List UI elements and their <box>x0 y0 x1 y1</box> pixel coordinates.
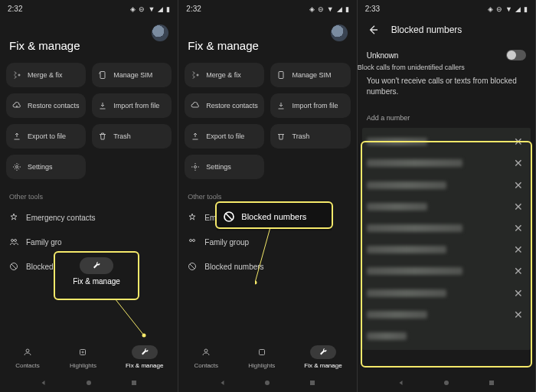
import-file-card[interactable]: Import from file <box>270 93 350 118</box>
remove-icon[interactable]: ✕ <box>511 287 526 299</box>
bottom-nav: Contacts Highlights Fix & manage <box>0 341 178 374</box>
download-icon <box>276 101 286 110</box>
clock: 2:32 <box>8 5 22 13</box>
nav-fix-manage[interactable]: Fix & manage <box>126 345 163 369</box>
svg-point-7 <box>142 334 146 338</box>
nav-contacts[interactable]: Contacts <box>15 345 41 369</box>
action-grid: Merge & fix Manage SIM Restore contacts … <box>178 63 356 179</box>
remove-icon[interactable]: ✕ <box>511 243 526 256</box>
emergency-icon <box>9 213 18 222</box>
page-title: Fix & manage <box>0 18 178 63</box>
fix-manage-callout: Fix & manage <box>55 253 138 299</box>
screen-fix-manage-1: 2:32 ◈⊖▼◢▮ Fix & manage Merge & fix Mana… <box>0 0 178 392</box>
upload-icon <box>191 132 200 141</box>
page-header: Blocked numbers <box>358 18 535 42</box>
status-icons: ◈⊖▼◢▮ <box>309 5 349 13</box>
status-icons: ◈⊖▼◢▮ <box>488 5 528 13</box>
remove-icon[interactable]: ✕ <box>511 157 526 169</box>
block-icon <box>9 262 18 271</box>
svg-rect-24 <box>310 381 315 385</box>
svg-point-15 <box>190 240 192 242</box>
blocked-number-row: ✕ <box>367 304 526 325</box>
emergency-contacts-row[interactable]: Emergency contacts <box>0 205 178 230</box>
unknown-toggle-row[interactable]: Unknown <box>358 42 535 64</box>
blocked-numbers-callout: Blocked numbers <box>217 203 332 230</box>
remove-icon[interactable]: ✕ <box>511 265 526 277</box>
settings-card[interactable]: Settings <box>185 155 264 179</box>
gear-icon <box>191 162 200 172</box>
nav-highlights[interactable]: Highlights <box>70 345 96 369</box>
remove-icon[interactable]: ✕ <box>511 201 526 213</box>
svg-point-10 <box>87 381 91 385</box>
system-nav <box>178 375 356 390</box>
family-group-row[interactable]: Family group <box>178 230 356 254</box>
import-file-card[interactable]: Import from file <box>92 93 172 118</box>
remove-icon[interactable]: ✕ <box>511 179 526 191</box>
sim-icon <box>98 70 107 80</box>
svg-point-21 <box>204 349 208 352</box>
svg-point-0 <box>18 74 20 76</box>
family-group-row[interactable]: Family gro <box>0 230 178 254</box>
manage-sim-card[interactable]: Manage SIM <box>92 63 172 87</box>
export-file-card[interactable]: Export to file <box>185 124 264 149</box>
toggle-switch[interactable] <box>506 50 526 60</box>
block-icon <box>188 262 197 271</box>
blocked-number-row: ✕ <box>367 196 526 217</box>
system-nav <box>358 375 535 390</box>
avatar[interactable] <box>331 24 348 41</box>
svg-point-8 <box>26 349 29 352</box>
manage-sim-card[interactable]: Manage SIM <box>270 63 350 87</box>
blocked-number-row: ✕ <box>367 260 526 282</box>
remove-icon[interactable]: ✕ <box>511 222 526 234</box>
svg-rect-11 <box>132 381 136 385</box>
blocked-number-row: ✕ <box>367 174 526 195</box>
status-bar: 2:33 ◈⊖▼◢▮ <box>358 0 535 18</box>
blocked-number-row <box>367 325 526 347</box>
svg-rect-13 <box>279 72 283 79</box>
merge-fix-card[interactable]: Merge & fix <box>185 63 264 87</box>
nav-contacts[interactable]: Contacts <box>193 345 219 369</box>
add-number-link[interactable]: Add a number <box>358 102 535 128</box>
svg-point-3 <box>11 240 14 242</box>
settings-card[interactable]: Settings <box>6 155 86 179</box>
restore-contacts-card[interactable]: Restore contacts <box>185 93 264 118</box>
svg-rect-1 <box>100 72 105 79</box>
other-tools-label: Other tools <box>178 179 356 205</box>
remove-icon[interactable]: ✕ <box>511 136 526 148</box>
info-text: You won't receive calls or texts from bl… <box>358 71 535 102</box>
wrench-pill <box>80 257 113 274</box>
status-icons: ◈⊖▼◢▮ <box>130 5 170 13</box>
back-icon[interactable] <box>367 24 379 36</box>
blocked-number-row: ✕ <box>367 131 526 152</box>
trash-card[interactable]: Trash <box>270 124 350 149</box>
svg-point-4 <box>15 240 17 242</box>
trash-icon <box>98 132 107 141</box>
svg-point-14 <box>194 166 197 168</box>
bottom-nav: Contacts Highlights Fix & manage <box>178 341 356 374</box>
status-bar: 2:32 ◈⊖▼◢▮ <box>0 0 178 18</box>
remove-icon[interactable]: ✕ <box>511 309 526 321</box>
screen-blocked-numbers: 2:33 ◈⊖▼◢▮ Blocked numbers Unknown Block… <box>358 0 536 392</box>
blocked-numbers-row[interactable]: Blocked numbers <box>178 254 356 279</box>
blocked-number-row: ✕ <box>367 152 526 174</box>
merge-fix-card[interactable]: Merge & fix <box>6 63 86 87</box>
svg-point-12 <box>197 74 198 76</box>
upload-icon <box>12 132 21 141</box>
svg-point-23 <box>265 381 270 385</box>
export-file-card[interactable]: Export to file <box>6 124 86 149</box>
nav-fix-manage[interactable]: Fix & manage <box>304 345 342 369</box>
svg-point-20 <box>255 281 257 285</box>
download-icon <box>98 101 107 110</box>
svg-rect-22 <box>259 350 264 355</box>
page-title: Blocked numbers <box>391 24 462 35</box>
screen-fix-manage-2: 2:32 ◈⊖▼◢▮ Fix & manage Merge & fix Mana… <box>178 0 357 392</box>
blocked-number-row: ✕ <box>367 217 526 239</box>
system-nav <box>0 375 178 390</box>
clock: 2:33 <box>365 5 380 13</box>
nav-highlights[interactable]: Highlights <box>248 345 275 369</box>
blocked-number-row: ✕ <box>367 239 526 260</box>
trash-card[interactable]: Trash <box>92 124 172 149</box>
restore-contacts-card[interactable]: Restore contacts <box>6 93 86 118</box>
svg-point-16 <box>193 240 195 242</box>
trash-icon <box>276 132 286 141</box>
